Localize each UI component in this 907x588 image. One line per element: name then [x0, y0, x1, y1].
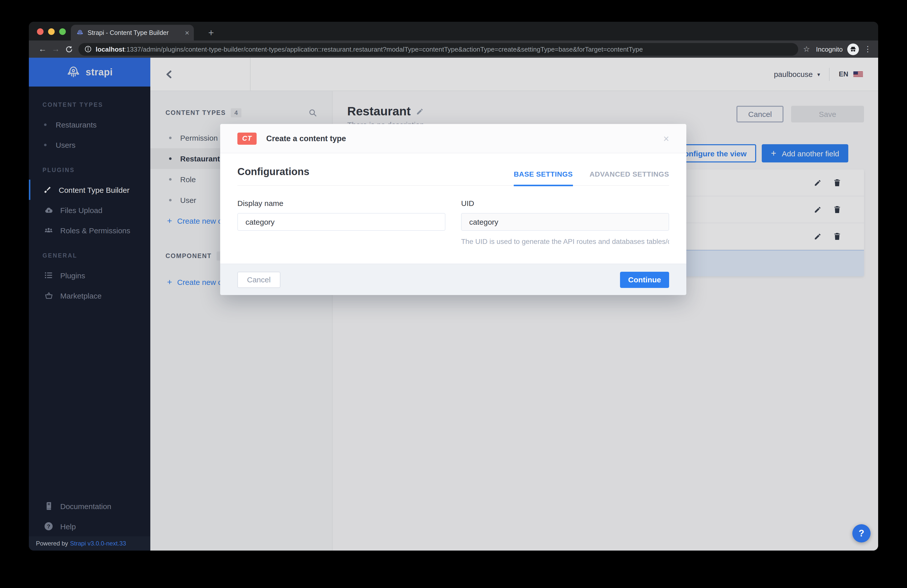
tab-strip: Strapi - Content Type Builder × + — [29, 22, 878, 40]
new-tab-button[interactable]: + — [205, 27, 217, 38]
display-name-label: Display name — [237, 199, 445, 207]
display-name-field: Display name — [237, 199, 445, 245]
modal-title: Create a content type — [266, 134, 346, 143]
display-name-input[interactable] — [237, 213, 445, 231]
modal-cancel-button[interactable]: Cancel — [237, 271, 280, 288]
browser-menu-icon[interactable]: ⋮ — [864, 45, 871, 54]
continue-button[interactable]: Continue — [620, 271, 669, 288]
uid-help-text: The UID is used to generate the API rout… — [461, 237, 669, 245]
tab-base-settings[interactable]: BASE SETTINGS — [514, 170, 573, 186]
modal-body: Configurations BASE SETTINGS ADVANCED SE… — [220, 153, 686, 264]
incognito-label: Incognito — [816, 45, 843, 53]
uid-label: UID — [461, 199, 669, 207]
window-controls — [37, 28, 66, 35]
zoom-window-button[interactable] — [59, 28, 66, 35]
forward-icon[interactable]: → — [49, 45, 62, 54]
create-content-type-modal: CT Create a content type × Configuration… — [220, 124, 686, 295]
tab-title: Strapi - Content Type Builder — [88, 29, 181, 36]
help-fab-button[interactable]: ? — [853, 524, 870, 542]
close-window-button[interactable] — [37, 28, 43, 35]
modal-tabs: BASE SETTINGS ADVANCED SETTINGS — [514, 170, 669, 185]
url-text: localhost:1337/admin/plugins/content-typ… — [96, 45, 643, 53]
uid-input[interactable] — [461, 213, 669, 231]
tab-advanced-settings[interactable]: ADVANCED SETTINGS — [590, 170, 669, 186]
tab-favicon-rocket-icon — [77, 29, 83, 36]
incognito-icon — [847, 43, 859, 55]
url-path: :1337/admin/plugins/content-type-builder… — [125, 45, 643, 53]
uid-field: UID The UID is used to generate the API … — [461, 199, 669, 245]
reload-icon[interactable] — [62, 45, 75, 53]
browser-window: Strapi - Content Type Builder × + ← → lo — [29, 22, 878, 551]
close-icon[interactable]: × — [663, 133, 669, 143]
screen: Strapi - Content Type Builder × + ← → lo — [0, 0, 907, 588]
modal-heading: Configurations — [237, 166, 309, 185]
back-icon[interactable]: ← — [36, 45, 49, 54]
bookmark-star-icon[interactable]: ☆ — [803, 45, 810, 54]
modal-footer: Cancel Continue — [220, 264, 686, 295]
tab-close-icon[interactable]: × — [185, 29, 189, 37]
modal-header: CT Create a content type × — [220, 124, 686, 153]
url-host: localhost — [96, 45, 125, 53]
content-type-badge: CT — [237, 132, 256, 144]
minimize-window-button[interactable] — [48, 28, 54, 35]
browser-tab[interactable]: Strapi - Content Type Builder × — [71, 25, 194, 40]
url-bar[interactable]: localhost:1337/admin/plugins/content-typ… — [79, 43, 798, 55]
site-info-icon[interactable] — [85, 46, 91, 53]
browser-toolbar: ← → localhost:1337/admin/plugins/content… — [29, 40, 878, 58]
